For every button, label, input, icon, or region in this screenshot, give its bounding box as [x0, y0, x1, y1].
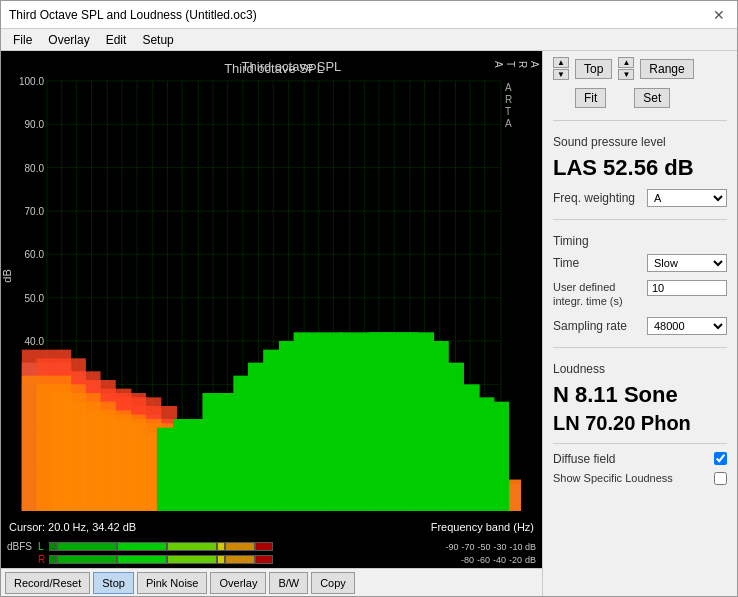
set-button[interactable]: Set — [634, 88, 670, 108]
nav-controls: ▲ ▼ Top ▲ ▼ Range — [553, 57, 727, 80]
tick-70-L: -70 — [461, 542, 474, 552]
pink-noise-button[interactable]: Pink Noise — [137, 572, 208, 594]
top-down-button[interactable]: ▼ — [553, 69, 569, 80]
top-button[interactable]: Top — [575, 59, 612, 79]
chart-area: Third octave SPL ARTA Cursor: 20.0 Hz, 3… — [1, 51, 542, 596]
range-spinner[interactable]: ▲ ▼ — [618, 57, 634, 80]
timing-section-label: Timing — [553, 234, 727, 248]
tick-50-L: -50 — [477, 542, 490, 552]
sampling-rate-row: Sampling rate 48000 44100 96000 — [553, 317, 727, 335]
range-label: Range — [640, 59, 693, 79]
user-defined-label: User definedintegr. time (s) — [553, 280, 623, 309]
loudness-section-label: Loudness — [553, 362, 727, 376]
tick-30-L: -30 — [493, 542, 506, 552]
spl-value: LAS 52.56 dB — [553, 155, 727, 181]
menu-file[interactable]: File — [5, 31, 40, 49]
main-content: Third octave SPL ARTA Cursor: 20.0 Hz, 3… — [1, 51, 737, 596]
freq-weighting-row: Freq. weighting A C Z — [553, 189, 727, 207]
user-defined-row: User definedintegr. time (s) — [553, 280, 727, 309]
tick-40-R: -40 — [493, 555, 506, 565]
bw-button[interactable]: B/W — [269, 572, 308, 594]
action-buttons: Record/Reset Stop Pink Noise Overlay B/W… — [1, 568, 542, 596]
show-specific-checkbox[interactable] — [714, 472, 727, 485]
sampling-rate-label: Sampling rate — [553, 319, 627, 333]
tick-60-R: -60 — [477, 555, 490, 565]
tick-90-L: -90 — [445, 542, 458, 552]
diffuse-field-label: Diffuse field — [553, 452, 615, 466]
top-spinner[interactable]: ▲ ▼ — [553, 57, 569, 80]
time-label: Time — [553, 256, 579, 270]
menu-bar: File Overlay Edit Setup — [1, 29, 737, 51]
right-panel: ▲ ▼ Top ▲ ▼ Range Fit Set Sound pressure… — [542, 51, 737, 596]
freq-weighting-select[interactable]: A C Z — [647, 189, 727, 207]
fit-button[interactable]: Fit — [575, 88, 606, 108]
chart-container: Third octave SPL ARTA — [1, 51, 542, 516]
close-button[interactable]: ✕ — [709, 5, 729, 25]
R-meter — [49, 555, 454, 564]
freq-band-label: Frequency band (Hz) — [423, 516, 542, 538]
tick-db-R: dB — [525, 555, 536, 565]
range-down-button[interactable]: ▼ — [618, 69, 634, 80]
user-defined-input[interactable] — [647, 280, 727, 296]
show-specific-label: Show Specific Loudness — [553, 472, 673, 484]
overlay-button[interactable]: Overlay — [210, 572, 266, 594]
freq-weighting-label: Freq. weighting — [553, 191, 635, 205]
loudness-ln-value: LN 70.20 Phon — [553, 412, 727, 435]
tick-10-L: -10 dB — [509, 542, 536, 552]
L-label: L — [38, 541, 46, 552]
nav-controls-2: Fit Set — [553, 88, 727, 108]
dbfs-label: dBFS — [7, 541, 35, 552]
top-up-button[interactable]: ▲ — [553, 57, 569, 68]
main-window: Third Octave SPL and Loudness (Untitled.… — [0, 0, 738, 597]
record-reset-button[interactable]: Record/Reset — [5, 572, 90, 594]
menu-edit[interactable]: Edit — [98, 31, 135, 49]
show-specific-row: Show Specific Loudness — [553, 472, 727, 485]
tick-80-R: -80 — [461, 555, 474, 565]
arta-label: ARTA — [492, 61, 540, 68]
R-label: R — [38, 554, 46, 565]
diffuse-field-checkbox[interactable] — [714, 452, 727, 465]
time-row: Time Slow Fast Impulse — [553, 254, 727, 272]
title-bar: Third Octave SPL and Loudness (Untitled.… — [1, 1, 737, 29]
sampling-rate-select[interactable]: 48000 44100 96000 — [647, 317, 727, 335]
range-up-button[interactable]: ▲ — [618, 57, 634, 68]
menu-overlay[interactable]: Overlay — [40, 31, 97, 49]
window-title: Third Octave SPL and Loudness (Untitled.… — [9, 8, 257, 22]
cursor-status: Cursor: 20.0 Hz, 34.42 dB — [1, 516, 423, 538]
dbfs-meter: dBFS L -90 -70 -50 -30 — [1, 538, 542, 568]
copy-button[interactable]: Copy — [311, 572, 355, 594]
stop-button[interactable]: Stop — [93, 572, 134, 594]
L-meter — [49, 542, 438, 551]
diffuse-field-row: Diffuse field — [553, 452, 727, 466]
time-select[interactable]: Slow Fast Impulse — [647, 254, 727, 272]
loudness-n-value: N 8.11 Sone — [553, 382, 727, 408]
spl-section-label: Sound pressure level — [553, 135, 727, 149]
menu-setup[interactable]: Setup — [134, 31, 181, 49]
chart-title: Third octave SPL — [242, 59, 342, 74]
tick-20-R: -20 — [509, 555, 522, 565]
